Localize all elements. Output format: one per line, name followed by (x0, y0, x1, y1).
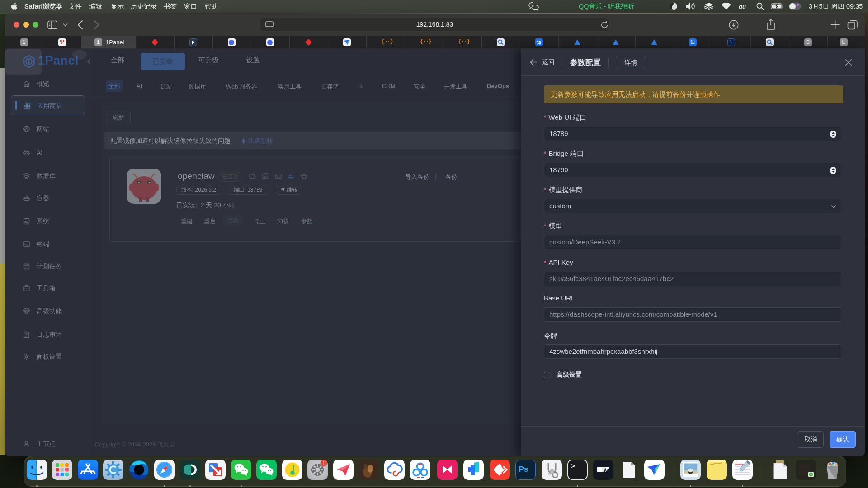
svg-text:1: 1 (322, 461, 325, 466)
